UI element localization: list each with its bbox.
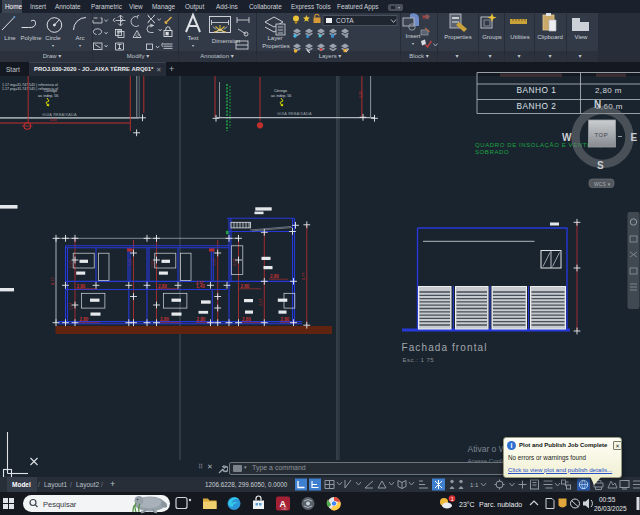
svg-text:8,77: 8,77	[302, 273, 306, 280]
svg-text:2,80: 2,80	[197, 317, 206, 322]
svg-text:2,80: 2,80	[77, 284, 86, 289]
svg-text:2,57: 2,57	[259, 299, 263, 306]
svg-text:2,57: 2,57	[69, 261, 73, 268]
svg-text:3,00: 3,00	[359, 91, 363, 98]
svg-text:2,57: 2,57	[69, 303, 73, 310]
svg-text:N: N	[594, 99, 601, 110]
svg-text:1:1: 1:1	[470, 482, 479, 488]
svg-text:Parc. nublado: Parc. nublado	[479, 501, 522, 508]
svg-text:2,57: 2,57	[151, 261, 155, 268]
svg-text:S: S	[597, 160, 604, 171]
svg-text:2,80: 2,80	[158, 284, 167, 289]
svg-text:av. indep. 56: av. indep. 56	[271, 94, 291, 98]
svg-text:av. indep. 56: av. indep. 56	[38, 94, 58, 98]
svg-text:Pesquisar: Pesquisar	[43, 500, 77, 509]
svg-text:SOBRADO: SOBRADO	[475, 149, 509, 155]
svg-text:2,80: 2,80	[242, 317, 251, 322]
svg-text:W: W	[562, 132, 572, 143]
svg-text:Fachada frontal: Fachada frontal	[402, 342, 488, 353]
svg-text:2,80: 2,80	[241, 284, 250, 289]
svg-text:CAD: CAD	[281, 507, 288, 511]
svg-text:WCS ▾: WCS ▾	[594, 182, 611, 187]
svg-text:2,80: 2,80	[80, 317, 89, 322]
svg-text:BANHO 2: BANHO 2	[517, 101, 557, 111]
svg-text:2,80 m: 2,80 m	[595, 86, 622, 95]
svg-text:26/03/2025: 26/03/2025	[594, 505, 627, 512]
svg-text:4,00: 4,00	[50, 118, 57, 122]
svg-text:E: E	[631, 132, 638, 143]
svg-text:GUIA REBAIXADA: GUIA REBAIXADA	[42, 113, 77, 117]
svg-text:TOP: TOP	[595, 132, 609, 138]
svg-text:GUIA REBAIXADA: GUIA REBAIXADA	[277, 112, 312, 116]
svg-text:23°C: 23°C	[459, 501, 475, 508]
svg-text:Córrego: Córrego	[274, 89, 287, 93]
svg-text:1: 1	[451, 496, 454, 502]
svg-text:00:55: 00:55	[599, 496, 616, 503]
svg-text:BANHO 1: BANHO 1	[517, 85, 557, 95]
svg-text:Córrego: Córrego	[44, 89, 57, 93]
svg-text:1,40: 1,40	[196, 284, 205, 289]
svg-text:2,80: 2,80	[281, 317, 290, 322]
svg-text:2,80: 2,80	[160, 317, 169, 322]
svg-text:Esc.: 1 75: Esc.: 1 75	[403, 357, 435, 363]
svg-text:2,80: 2,80	[270, 274, 279, 279]
svg-text:8,77: 8,77	[50, 276, 55, 285]
